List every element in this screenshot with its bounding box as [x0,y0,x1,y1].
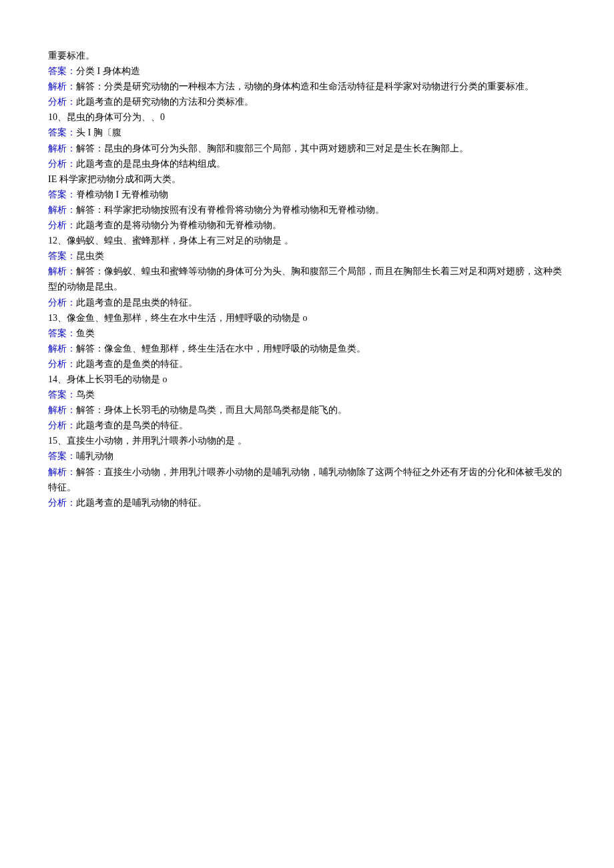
text-line: 分析：此题考查的是昆虫类的特征。 [48,295,566,310]
content-text: 此题考查的是哺乳动物的特征。 [76,498,207,508]
text-line: 15、直接生小动物，并用乳汁喂养小动物的是 。 [48,433,566,448]
text-line: 解析：解答：像蚂蚁、蝗虫和蜜蜂等动物的身体可分为头、胸和腹部三个局部，而且在胸部… [48,264,566,294]
content-text: 此题考查的是昆虫类的特征。 [76,298,198,308]
content-text: 解答：分类是研究动物的一种根本方法，动物的身体构造和生命活动特征是科学家对动物进… [76,81,534,91]
text-line: 分析：此题考查的是鱼类的特征。 [48,356,566,372]
content-text: 脊椎动物 I 无脊椎动物 [76,189,168,199]
content-text: 哺乳动物 [76,451,113,461]
text-line: 答案：头 I 胸〔腹 [48,125,566,140]
text-line: 分析：此题考查的是将动物分为脊椎动物和无脊椎动物。 [48,218,566,233]
label-text: 分析： [48,298,76,308]
label-text: 答案： [48,328,76,338]
content-text: 鸟类 [76,390,95,400]
content-text: 15、直接生小动物，并用乳汁喂养小动物的是 。 [48,436,247,446]
text-line: 12、像蚂蚁、蝗虫、蜜蜂那样，身体上有三对足的动物是 。 [48,233,566,248]
content-text: 分类 I 身体构造 [76,66,140,76]
text-line: 13、像金鱼、鲤鱼那样，终生在水中生活，用鲤呼吸的动物是 o [48,310,566,326]
text-line: IE 科学家把动物分成和两大类。 [48,171,566,187]
text-line: 10、昆虫的身体可分为、、0 [48,109,566,125]
label-text: 答案： [48,451,76,461]
label-text: 答案： [48,189,76,199]
text-line: 分析：此题考查的是哺乳动物的特征。 [48,495,566,510]
content-text: 此题考查的是鸟类的特征。 [76,420,188,430]
content-text: 昆虫类 [76,251,104,261]
text-line: 解析：解答：身体上长羽毛的动物是鸟类，而且大局部鸟类都是能飞的。 [48,402,566,418]
label-text: 解析： [48,205,76,215]
text-line: 答案：脊椎动物 I 无脊椎动物 [48,187,566,202]
label-text: 分析： [48,220,76,230]
label-text: 答案： [48,66,76,76]
label-text: 答案： [48,127,76,137]
content-text: 头 I 胸〔腹 [76,127,121,137]
label-text: 解析： [48,266,76,276]
text-line: 重要标准。 [48,48,566,63]
label-text: 解析： [48,405,76,415]
text-line: 解析：解答：像金鱼、鲤鱼那样，终生生活在水中，用鲤呼吸的动物是鱼类。 [48,341,566,356]
label-text: 解析： [48,344,76,354]
content-text: 10、昆虫的身体可分为、、0 [48,112,165,122]
document-body: 重要标准。答案：分类 I 身体构造解析：解答：分类是研究动物的一种根本方法，动物… [48,48,566,510]
text-line: 分析：此题考查的是研究动物的方法和分类标准。 [48,94,566,109]
content-text: 鱼类 [76,328,95,338]
text-line: 分析：此题考查的是鸟类的特征。 [48,418,566,433]
content-text: 解答：身体上长羽毛的动物是鸟类，而且大局部鸟类都是能飞的。 [76,405,347,415]
label-text: 解析： [48,467,76,477]
text-line: 答案：鱼类 [48,326,566,341]
label-text: 解析： [48,81,76,91]
text-line: 答案：哺乳动物 [48,448,566,464]
label-text: 分析： [48,159,76,169]
text-line: 解析：解答：科学家把动物按照有没有脊椎骨将动物分为脊椎动物和无脊椎动物。 [48,202,566,218]
content-text: 解答：昆虫的身体可分为头部、胸部和腹部三个局部，其中两对翅膀和三对足是生长在胸部… [76,143,469,153]
label-text: 分析： [48,359,76,369]
label-text: 分析： [48,97,76,107]
label-text: 答案： [48,251,76,261]
content-text: 12、像蚂蚁、蝗虫、蜜蜂那样，身体上有三对足的动物是 。 [48,236,294,246]
content-text: 13、像金鱼、鲤鱼那样，终生在水中生活，用鲤呼吸的动物是 o [48,313,308,323]
content-text: 重要标准。 [48,51,95,61]
content-text: 解答：像蚂蚁、蝗虫和蜜蜂等动物的身体可分为头、胸和腹部三个局部，而且在胸部生长着… [48,266,562,292]
content-text: 此题考查的是研究动物的方法和分类标准。 [76,97,254,107]
content-text: 14、身体上长羽毛的动物是 o [48,374,168,384]
label-text: 分析： [48,498,76,508]
text-line: 答案：鸟类 [48,387,566,402]
label-text: 解析： [48,143,76,153]
label-text: 答案： [48,390,76,400]
text-line: 答案：分类 I 身体构造 [48,63,566,79]
content-text: 此题考查的是昆虫身体的结构组成。 [76,159,226,169]
content-text: 解答：科学家把动物按照有没有脊椎骨将动物分为脊椎动物和无脊椎动物。 [76,205,384,215]
text-line: 解析：解答：昆虫的身体可分为头部、胸部和腹部三个局部，其中两对翅膀和三对足是生长… [48,141,566,156]
text-line: 14、身体上长羽毛的动物是 o [48,372,566,387]
content-text: IE 科学家把动物分成和两大类。 [48,174,181,184]
label-text: 分析： [48,420,76,430]
content-text: 解答：像金鱼、鲤鱼那样，终生生活在水中，用鲤呼吸的动物是鱼类。 [76,344,366,354]
content-text: 解答：直接生小动物，并用乳汁喂养小动物的是哺乳动物，哺乳动物除了这两个特征之外还… [48,467,562,492]
content-text: 此题考查的是鱼类的特征。 [76,359,188,369]
text-line: 分析：此题考查的是昆虫身体的结构组成。 [48,156,566,171]
text-line: 解析：解答：分类是研究动物的一种根本方法，动物的身体构造和生命活动特征是科学家对… [48,79,566,94]
content-text: 此题考查的是将动物分为脊椎动物和无脊椎动物。 [76,220,282,230]
text-line: 答案：昆虫类 [48,248,566,264]
text-line: 解析：解答：直接生小动物，并用乳汁喂养小动物的是哺乳动物，哺乳动物除了这两个特征… [48,464,566,495]
